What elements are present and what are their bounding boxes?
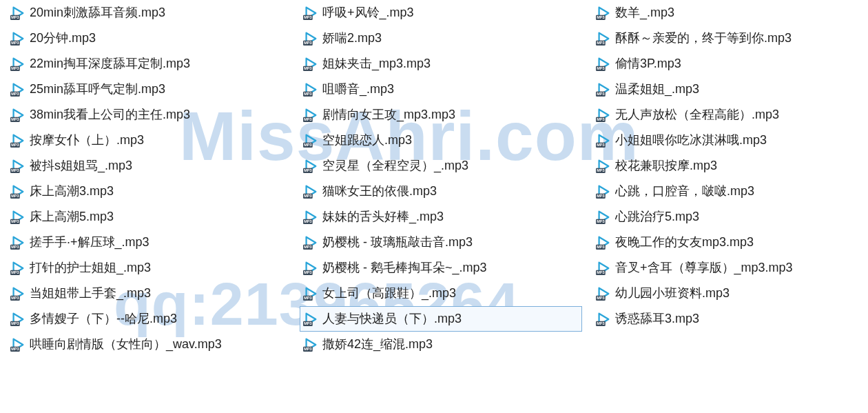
file-item[interactable]: MP320min刺激舔耳音频.mp3 [7, 0, 289, 26]
file-item[interactable]: MP320分钟.mp3 [7, 26, 289, 51]
mp3-file-icon: MP3 [303, 133, 318, 148]
file-item[interactable]: MP3空姐跟恋人.mp3 [300, 128, 582, 153]
mp3-file-icon: MP3 [10, 184, 25, 199]
svg-text:MP3: MP3 [304, 245, 311, 249]
svg-text:MP3: MP3 [597, 66, 604, 70]
mp3-file-icon: MP3 [596, 108, 611, 123]
file-item[interactable]: MP3呼吸+风铃_.mp3 [300, 0, 582, 26]
file-name-label: 心跳治疗5.mp3 [615, 204, 699, 230]
file-item[interactable]: MP3人妻与快递员（下）.mp3 [300, 306, 582, 332]
file-item[interactable]: MP3多情嫂子（下）--哈尼.mp3 [7, 306, 289, 332]
mp3-file-icon: MP3 [10, 261, 25, 276]
file-item[interactable]: MP3夜晚工作的女友mp3.mp3 [592, 230, 868, 255]
svg-text:MP3: MP3 [11, 168, 19, 172]
mp3-file-icon: MP3 [303, 261, 318, 276]
mp3-file-icon: MP3 [10, 159, 25, 174]
file-name-label: 校花兼职按摩.mp3 [615, 153, 717, 179]
file-item[interactable]: MP3打针的护士姐姐_.mp3 [7, 255, 289, 281]
svg-text:MP3: MP3 [304, 219, 311, 223]
svg-text:MP3: MP3 [597, 245, 604, 249]
mp3-file-icon: MP3 [10, 57, 25, 72]
file-name-label: 偷情3P.mp3 [615, 51, 681, 77]
file-item[interactable]: MP3娇喘2.mp3 [300, 26, 582, 51]
file-item[interactable]: MP3校花兼职按摩.mp3 [592, 153, 868, 179]
file-item[interactable]: MP322min掏耳深度舔耳定制.mp3 [7, 51, 289, 77]
file-name-label: 娇喘2.mp3 [322, 26, 382, 51]
file-item[interactable]: MP3床上高潮5.mp3 [7, 204, 289, 230]
mp3-file-icon: MP3 [303, 337, 318, 352]
file-name-label: 小姐姐喂你吃冰淇淋哦.mp3 [615, 128, 767, 153]
mp3-file-icon: MP3 [10, 210, 25, 225]
file-item[interactable]: MP3按摩女仆（上）.mp3 [7, 128, 289, 153]
file-name-label: 奶樱桃 - 鹅毛棒掏耳朵~_.mp3 [322, 255, 487, 281]
file-item[interactable]: MP3撒娇42连_缩混.mp3 [300, 332, 582, 357]
mp3-file-icon: MP3 [596, 312, 611, 327]
svg-text:MP3: MP3 [597, 194, 604, 198]
file-item[interactable]: MP3剧情向女王攻_mp3.mp3 [300, 102, 582, 128]
mp3-file-icon: MP3 [303, 6, 318, 21]
file-name-label: 搓手手·+解压球_.mp3 [30, 230, 149, 255]
file-item[interactable]: MP3哄睡向剧情版（女性向）_wav.mp3 [7, 332, 289, 357]
mp3-file-icon: MP3 [596, 210, 611, 225]
svg-text:MP3: MP3 [597, 321, 604, 325]
file-item[interactable]: MP3猫咪女王的依偎.mp3 [300, 179, 582, 204]
svg-text:MP3: MP3 [304, 15, 311, 19]
mp3-file-icon: MP3 [596, 159, 611, 174]
file-item[interactable]: MP3诱惑舔耳3.mp3 [592, 306, 868, 332]
mp3-file-icon: MP3 [10, 312, 25, 327]
file-name-label: 剧情向女王攻_mp3.mp3 [322, 102, 455, 128]
file-item[interactable]: MP3酥酥～亲爱的，终于等到你.mp3 [592, 26, 868, 51]
file-item[interactable]: MP3咀嚼音_.mp3 [300, 77, 582, 102]
svg-text:MP3: MP3 [304, 168, 311, 172]
file-name-label: 床上高潮5.mp3 [30, 204, 114, 230]
mp3-file-icon: MP3 [303, 57, 318, 72]
file-item[interactable]: MP3无人声放松（全程高能）.mp3 [592, 102, 868, 128]
file-item[interactable]: MP3空灵星（全程空灵）_.mp3 [300, 153, 582, 179]
mp3-file-icon: MP3 [303, 82, 318, 97]
file-item[interactable]: MP3搓手手·+解压球_.mp3 [7, 230, 289, 255]
file-item[interactable]: MP3当姐姐带上手套_.mp3 [7, 281, 289, 306]
mp3-file-icon: MP3 [10, 108, 25, 123]
svg-text:MP3: MP3 [597, 296, 604, 300]
file-item[interactable]: MP3奶樱桃 - 玻璃瓶敲击音.mp3 [300, 230, 582, 255]
file-column-3: MP3数羊_.mp3MP3酥酥～亲爱的，终于等到你.mp3MP3偷情3P.mp3… [592, 0, 868, 332]
file-item[interactable]: MP325min舔耳呼气定制.mp3 [7, 77, 289, 102]
file-name-label: 姐妹夹击_mp3.mp3 [322, 51, 431, 77]
file-item[interactable]: MP3奶樱桃 - 鹅毛棒掏耳朵~_.mp3 [300, 255, 582, 281]
mp3-file-icon: MP3 [596, 6, 611, 21]
mp3-file-icon: MP3 [10, 82, 25, 97]
svg-text:MP3: MP3 [597, 270, 604, 274]
mp3-file-icon: MP3 [596, 286, 611, 301]
mp3-file-icon: MP3 [10, 31, 25, 46]
mp3-file-icon: MP3 [10, 337, 25, 352]
svg-text:MP3: MP3 [11, 117, 19, 121]
file-item[interactable]: MP3幼儿园小班资料.mp3 [592, 281, 868, 306]
file-item[interactable]: MP3偷情3P.mp3 [592, 51, 868, 77]
file-item[interactable]: MP3女上司（高跟鞋）_.mp3 [300, 281, 582, 306]
file-name-label: 诱惑舔耳3.mp3 [615, 306, 699, 332]
file-name-label: 被抖s姐姐骂_.mp3 [30, 153, 132, 179]
file-item[interactable]: MP3心跳治疗5.mp3 [592, 204, 868, 230]
file-name-label: 酥酥～亲爱的，终于等到你.mp3 [615, 26, 792, 51]
file-item[interactable]: MP3数羊_.mp3 [592, 0, 868, 26]
file-name-label: 20分钟.mp3 [30, 26, 96, 51]
file-item[interactable]: MP3被抖s姐姐骂_.mp3 [7, 153, 289, 179]
file-name-label: 数羊_.mp3 [615, 0, 674, 26]
file-item[interactable]: MP3床上高潮3.mp3 [7, 179, 289, 204]
file-item[interactable]: MP3温柔姐姐_.mp3 [592, 77, 868, 102]
file-name-label: 幼儿园小班资料.mp3 [615, 281, 730, 306]
svg-text:MP3: MP3 [597, 92, 604, 96]
file-item[interactable]: MP3妹妹的舌头好棒_.mp3 [300, 204, 582, 230]
file-item[interactable]: MP3小姐姐喂你吃冰淇淋哦.mp3 [592, 128, 868, 153]
file-item[interactable]: MP3音叉+含耳（尊享版）_mp3.mp3 [592, 255, 868, 281]
svg-text:MP3: MP3 [597, 15, 604, 19]
mp3-file-icon: MP3 [596, 235, 611, 250]
file-item[interactable]: MP338min我看上公司的主任.mp3 [7, 102, 289, 128]
file-name-label: 妹妹的舌头好棒_.mp3 [322, 204, 444, 230]
mp3-file-icon: MP3 [596, 82, 611, 97]
file-item[interactable]: MP3姐妹夹击_mp3.mp3 [300, 51, 582, 77]
svg-text:MP3: MP3 [11, 296, 19, 300]
file-name-label: 猫咪女王的依偎.mp3 [322, 179, 437, 204]
mp3-file-icon: MP3 [596, 57, 611, 72]
file-item[interactable]: MP3心跳，口腔音，啵啵.mp3 [592, 179, 868, 204]
